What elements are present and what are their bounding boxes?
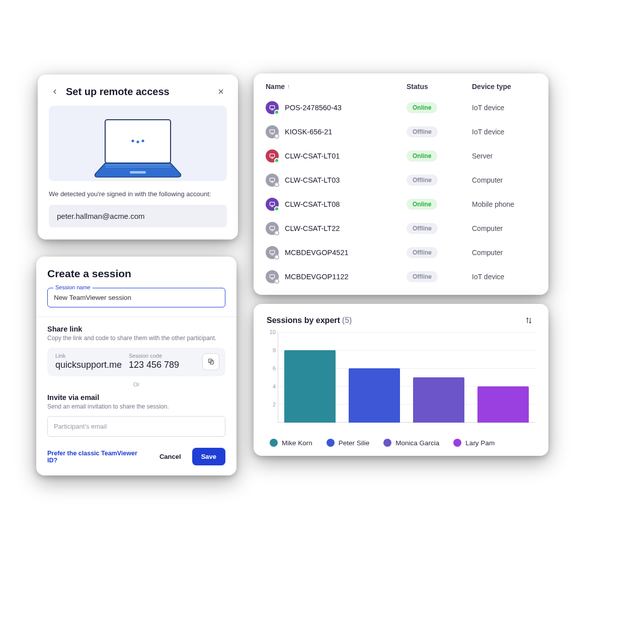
session-code-label: Session code xyxy=(129,353,202,359)
column-header-name-label: Name xyxy=(266,83,285,91)
table-body: POS-2478560-43OnlineIoT deviceKIOSK-656-… xyxy=(266,96,534,289)
chart-sort-button[interactable] xyxy=(522,314,535,327)
column-header-device-type[interactable]: Device type xyxy=(472,83,534,91)
chart-legend: Mike KornPeter SilieMonica GarciaLary Pa… xyxy=(267,439,535,447)
device-icon xyxy=(266,101,279,114)
device-type: IoT device xyxy=(472,128,534,136)
device-list-card: Name ↑ Status Device type POS-2478560-43… xyxy=(254,73,548,295)
session-code-value: 123 456 789 xyxy=(129,360,202,370)
cancel-button[interactable]: Cancel xyxy=(154,449,186,464)
status-dot-icon xyxy=(274,182,279,187)
table-row[interactable]: MCBDEVGOP4521OfflineComputer xyxy=(266,240,534,265)
svg-point-3 xyxy=(141,139,144,142)
device-type: IoT device xyxy=(472,273,534,281)
svg-rect-16 xyxy=(270,275,274,278)
participant-email-input[interactable] xyxy=(47,416,225,437)
legend-item: Mike Korn xyxy=(270,439,312,447)
save-button[interactable]: Save xyxy=(192,448,225,465)
y-tick-label: 8 xyxy=(273,347,276,353)
status-dot-icon xyxy=(274,230,279,235)
svg-rect-13 xyxy=(270,202,274,205)
detected-account-message: We detected you're signed in with the fo… xyxy=(49,190,227,198)
status-badge: Offline xyxy=(407,247,438,258)
table-row[interactable]: KIOSK-656-21OfflineIoT device xyxy=(266,120,534,144)
sort-arrows-icon xyxy=(525,316,533,325)
status-badge: Online xyxy=(407,199,437,210)
y-tick-label: 2 xyxy=(273,401,276,408)
status-badge: Offline xyxy=(407,223,438,234)
device-icon xyxy=(266,149,279,163)
arrow-left-icon xyxy=(51,88,59,96)
chart-count: (5) xyxy=(342,316,352,325)
table-row[interactable]: POS-2478560-43OnlineIoT device xyxy=(266,96,534,120)
legend-item: Peter Silie xyxy=(327,439,370,447)
svg-rect-14 xyxy=(270,226,274,229)
session-name-input[interactable] xyxy=(47,288,225,307)
legend-item: Lary Pam xyxy=(453,439,495,447)
status-dot-icon xyxy=(274,255,279,260)
legend-label: Mike Korn xyxy=(282,439,312,447)
link-value: quicksupport.me xyxy=(55,360,129,370)
device-type: Computer xyxy=(472,224,534,232)
table-row[interactable]: CLW-CSAT-LT08OnlineMobile phone xyxy=(266,192,534,216)
device-name: CLW-CSAT-LT03 xyxy=(285,176,340,184)
sessions-by-expert-card: Sessions by expert (5) 246810 Mike KornP… xyxy=(254,304,548,456)
status-badge: Offline xyxy=(407,271,438,282)
legend-swatch-icon xyxy=(327,439,335,447)
card-title: Create a session xyxy=(47,268,225,280)
laptop-illustration xyxy=(49,106,227,181)
table-header: Name ↑ Status Device type xyxy=(266,83,534,91)
device-icon xyxy=(266,174,279,187)
svg-rect-9 xyxy=(270,106,274,109)
back-button[interactable] xyxy=(49,86,61,98)
device-type: Computer xyxy=(472,176,534,184)
card-title: Set up remote access xyxy=(66,86,210,98)
device-name: MCBDEVGOP4521 xyxy=(285,249,349,257)
device-name: POS-2478560-43 xyxy=(285,104,342,112)
svg-rect-12 xyxy=(270,178,274,181)
svg-rect-4 xyxy=(130,171,146,174)
device-name: CLW-CSAT-LT01 xyxy=(285,152,340,160)
close-icon xyxy=(217,88,225,96)
table-row[interactable]: CLW-CSAT-LT03OfflineComputer xyxy=(266,168,534,192)
device-type: Server xyxy=(472,152,534,160)
device-name: KIOSK-656-21 xyxy=(285,128,332,136)
device-type: Computer xyxy=(472,249,534,257)
column-header-status[interactable]: Status xyxy=(407,83,472,91)
create-session-card: Create a session Session name Share link… xyxy=(36,257,236,475)
legend-label: Monica Garcia xyxy=(395,439,439,447)
chart-bar xyxy=(477,386,529,423)
legend-swatch-icon xyxy=(270,439,278,447)
table-row[interactable]: MCBDEVGOP1122OfflineIoT device xyxy=(266,265,534,289)
session-name-label: Session name xyxy=(53,284,93,290)
chart-bar xyxy=(284,350,336,423)
classic-id-link[interactable]: Prefer the classic TeamViewer ID? xyxy=(47,450,148,464)
legend-swatch-icon xyxy=(383,439,391,447)
svg-point-2 xyxy=(136,140,139,143)
device-name: MCBDEVGOP1122 xyxy=(285,273,349,281)
status-badge: Online xyxy=(407,150,437,162)
invite-email-title: Invite via email xyxy=(47,393,225,401)
table-row[interactable]: CLW-CSAT-LT01OnlineServer xyxy=(266,144,534,168)
y-tick-label: 10 xyxy=(270,329,276,335)
share-link-title: Share link xyxy=(47,325,225,333)
share-link-box: Link quicksupport.me Session code 123 45… xyxy=(47,348,225,376)
sort-ascending-icon: ↑ xyxy=(287,83,290,90)
close-button[interactable] xyxy=(215,86,227,98)
table-row[interactable]: CLW-CSAT-LT22OfflineComputer xyxy=(266,216,534,240)
chart-bar xyxy=(413,377,464,423)
device-icon xyxy=(266,125,279,138)
column-header-name[interactable]: Name ↑ xyxy=(266,83,407,91)
status-badge: Offline xyxy=(407,175,438,186)
status-badge: Offline xyxy=(407,126,438,137)
svg-rect-15 xyxy=(270,251,274,254)
svg-point-1 xyxy=(131,139,134,142)
chart-plot: 246810 xyxy=(277,332,535,433)
device-icon xyxy=(266,222,279,235)
legend-swatch-icon xyxy=(453,439,461,447)
copy-button[interactable] xyxy=(202,353,219,370)
session-name-field: Session name xyxy=(47,288,225,307)
account-email-box: peter.hallman@acme.com xyxy=(49,205,227,227)
svg-rect-10 xyxy=(270,130,274,133)
svg-rect-11 xyxy=(270,154,274,157)
